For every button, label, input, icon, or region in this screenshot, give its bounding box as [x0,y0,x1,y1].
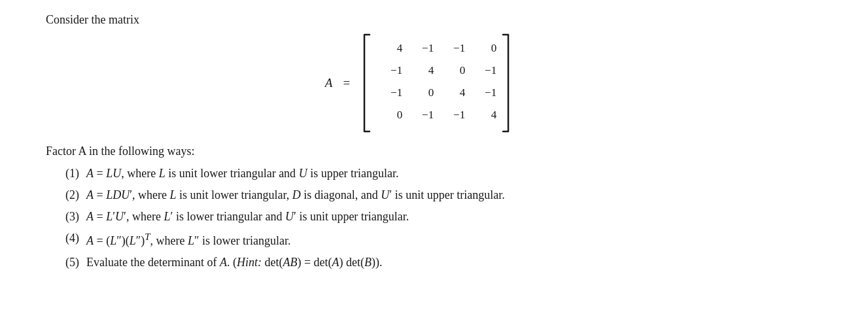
right-bracket [500,33,512,133]
item-content-1: A = LU, where L is unit lower triangular… [86,165,811,182]
item-num-5: (5) [65,254,86,271]
matrix-cell-3-3: 4 [478,109,496,122]
matrix-section: A = 4−1−10−140−1−104−10−1−14 [26,33,811,133]
matrix-cell-2-2: 4 [447,86,465,99]
matrix-cell-1-1: 4 [415,64,434,77]
matrix-cell-3-0: 0 [384,109,402,122]
intro-text: Consider the matrix [26,13,811,27]
left-bracket [360,33,372,133]
matrix-lhs-label: A [325,76,333,90]
matrix-cell-1-0: −1 [384,64,402,77]
item-num-1: (1) [65,165,86,182]
matrix-cell-0-0: 4 [384,42,402,55]
item-content-5: Evaluate the determinant of A. (Hint: de… [86,254,811,271]
list-item-1: (1) A = LU, where L is unit lower triang… [65,165,811,182]
item-content-4: A = (L″)(L″)T, where L″ is lower triangu… [86,230,811,250]
list-item-2: (2) A = LDU′, where L is unit lower tria… [65,186,811,204]
item-num-2: (2) [65,186,86,204]
items-list: (1) A = LU, where L is unit lower triang… [26,165,811,271]
matrix-wrapper: 4−1−10−140−1−104−10−1−14 [360,33,512,133]
matrix-cell-3-1: −1 [415,109,434,122]
item-content-2: A = LDU′, where L is unit lower triangul… [86,186,811,204]
matrix-cell-0-1: −1 [415,42,434,55]
equals-sign: = [343,76,350,90]
matrix-grid: 4−1−10−140−1−104−10−1−14 [372,33,500,133]
list-item-3: (3) A = L′U′, where L′ is lower triangul… [65,208,811,226]
matrix-cell-1-3: −1 [478,64,496,77]
matrix-cell-3-2: −1 [447,109,465,122]
matrix-cell-0-3: 0 [478,42,496,55]
matrix-cell-1-2: 0 [447,64,465,77]
matrix-cell-2-3: −1 [478,86,496,99]
matrix-equation: A = 4−1−10−140−1−104−10−1−14 [325,33,512,133]
item-num-3: (3) [65,208,86,226]
matrix-cell-0-2: −1 [447,42,465,55]
matrix-cell-2-1: 0 [415,86,434,99]
item-num-4: (4) [65,230,86,247]
list-item-4: (4) A = (L″)(L″)T, where L″ is lower tri… [65,230,811,250]
page-content: Consider the matrix A = 4−1−10−140−1−104… [26,13,811,271]
list-item-5: (5) Evaluate the determinant of A. (Hint… [65,254,811,271]
factor-line: Factor A in the following ways: [26,145,811,158]
item-content-3: A = L′U′, where L′ is lower triangular a… [86,208,811,226]
matrix-cell-2-0: −1 [384,86,402,99]
